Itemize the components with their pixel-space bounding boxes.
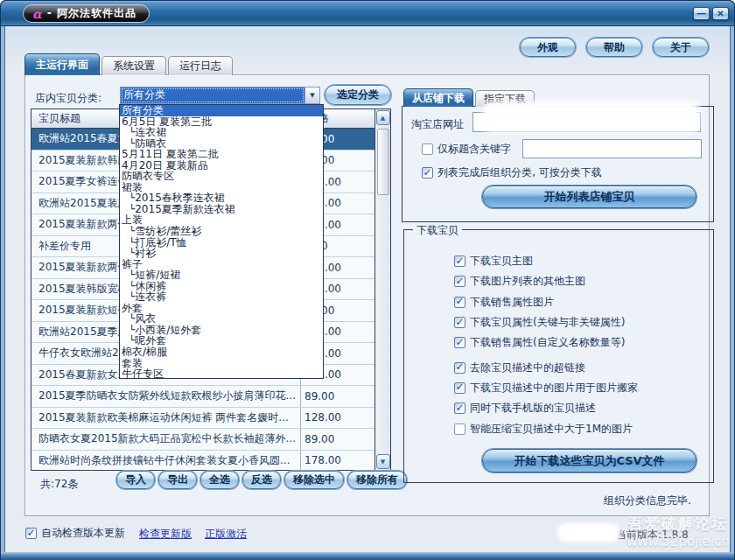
scroll-up-icon[interactable]: ▲	[376, 110, 390, 125]
download-option-checkbox[interactable]: ✓ 下载销售属性(自定义名称数量等)	[454, 332, 638, 353]
table-scrollbar[interactable]: ▲ ▼	[374, 109, 390, 470]
version-label: 当前版本:1.8.8	[616, 528, 689, 542]
footer-link[interactable]: 正版激活	[205, 527, 247, 542]
download-option-label: 去除宝贝描述中的超链接	[470, 360, 585, 375]
table-action-button[interactable]: 反选	[242, 471, 281, 489]
dropdown-item[interactable]: └打底衫/T恤	[120, 237, 323, 248]
category-dropdown-list[interactable]: 所有分类6月5日 夏装第三批└连衣裙└防晒衣5月11日 夏装第二批4月20日 夏…	[119, 104, 324, 379]
download-option-checkbox[interactable]: ✓ 下载宝贝主图	[454, 251, 638, 271]
footer-links: 检查更新版正版激活	[139, 527, 247, 542]
dropdown-item[interactable]: 所有分类	[120, 105, 323, 116]
dropdown-item[interactable]: └连衣裤	[120, 291, 323, 303]
start-download-csv-button[interactable]: 开始下载这些宝贝为CSV文件	[482, 449, 696, 472]
dropdown-item[interactable]: └连衣裙	[120, 127, 323, 138]
download-option-checkbox[interactable]: ✓ 同时下载手机版的宝贝描述	[454, 398, 638, 418]
checkbox-icon[interactable]: ✓	[454, 337, 466, 348]
checkbox-icon[interactable]: ✓	[422, 144, 433, 155]
dropdown-item[interactable]: └衬衫	[120, 248, 323, 259]
checkbox-icon[interactable]: ✓	[454, 297, 466, 308]
table-row[interactable]: 2015夏装新款欧美棉麻运动休闲短裤 两件套名媛时... 128.00	[32, 408, 374, 430]
dropdown-item[interactable]: 棉衣/棉服	[120, 346, 323, 358]
dropdown-item[interactable]: 4月20日 夏装新品	[120, 160, 323, 172]
dropdown-item[interactable]: └雪纺衫/蕾丝衫	[120, 226, 323, 237]
app-logo-alpha-icon: α	[32, 7, 42, 21]
table-action-button[interactable]: 导入	[116, 471, 155, 489]
dropdown-item[interactable]: └2015春秋季连衣裙	[120, 192, 323, 204]
main-tab[interactable]: 运行日志	[168, 56, 233, 75]
table-action-button[interactable]: 移除选中	[284, 471, 344, 489]
dropdown-item[interactable]: └短裤/短裙	[120, 270, 323, 281]
table-row[interactable]: 2015夏季防晒衣女防紫外线短款欧根纱小披肩薄印花... 89.00	[32, 386, 374, 408]
dropdown-item[interactable]: 裤子	[120, 259, 323, 270]
close-button[interactable]: ✕	[712, 7, 729, 20]
checkbox-icon[interactable]: ✓	[454, 382, 466, 394]
checkbox-icon[interactable]: ✓	[454, 276, 466, 287]
table-row[interactable]: 欧洲站时尚条纹拼接镶钻牛仔休闲套装女夏小香风圆... 178.00	[32, 451, 374, 471]
checkbox-icon[interactable]: ✓	[454, 317, 466, 328]
dropdown-item[interactable]: 牛仔专区	[120, 368, 323, 379]
censor-smudge-version	[557, 523, 620, 542]
auto-update-label: 自动检查版本更新	[41, 526, 125, 541]
dropdown-item[interactable]: 防晒衣专区	[120, 171, 323, 182]
window-bottom-edge	[1, 552, 734, 560]
scrollbar-thumb[interactable]	[377, 129, 389, 195]
dropdown-item[interactable]: └呢外套	[120, 335, 323, 346]
minimize-button[interactable]: —	[693, 7, 710, 20]
main-tab[interactable]: 系统设置	[102, 56, 166, 75]
dropdown-item[interactable]: └风衣	[120, 313, 323, 325]
checkbox-icon[interactable]: ✓	[25, 528, 37, 539]
dropdown-item[interactable]: 6月5日 夏装第三批	[120, 116, 323, 128]
download-option-label: 下载宝贝属性(关键与非关键属性)	[470, 315, 625, 330]
main-tab[interactable]: 主运行界面	[24, 53, 100, 75]
check-icon: ✓	[455, 276, 464, 286]
table-action-button[interactable]: 移除所有	[347, 471, 407, 489]
download-option-checkbox[interactable]: ✓ 下载宝贝属性(关键与非关键属性)	[454, 312, 638, 332]
menu-button[interactable]: 关于	[653, 38, 709, 57]
menu-button[interactable]: 外观	[520, 38, 576, 57]
download-option-checkbox[interactable]: ✓ 智能压缩宝贝描述中大于1M的图片	[454, 418, 638, 438]
download-option-checkbox[interactable]: ✓ 下载销售属性图片	[454, 292, 638, 312]
checkbox-icon[interactable]: ✓	[454, 362, 466, 374]
dropdown-item[interactable]: 裙装	[120, 182, 323, 193]
table-row[interactable]: 防晒衣女夏2015新款大码正品宽松中长款长袖超薄外... 89.00	[32, 429, 374, 451]
item-title-cell: 2015夏装新款欧美棉麻运动休闲短裤 两件套名媛时...	[32, 408, 301, 429]
dropdown-item[interactable]: └小西装/短外套	[120, 325, 323, 336]
download-option-checkbox[interactable]: ✓ 下载图片列表的其他主图	[454, 271, 638, 291]
auto-update-checkbox[interactable]: ✓ 自动检查版本更新	[25, 526, 125, 541]
organize-category-checkbox[interactable]: ✓ 列表完成后组织分类, 可按分类下载	[422, 165, 602, 180]
dropdown-item[interactable]: 套装	[120, 358, 323, 369]
dropdown-item[interactable]: └防晒衣	[120, 138, 323, 150]
dropdown-item[interactable]: └2015夏季新款连衣裙	[120, 204, 323, 215]
category-selected-value[interactable]: 所有分类	[121, 88, 304, 103]
download-tab[interactable]: 从店铺下载	[403, 88, 473, 107]
status-text: 组织分类信息完毕.	[604, 494, 691, 508]
dropdown-item[interactable]: 5月11日 夏装第二批	[120, 149, 323, 160]
download-option-label: 下载图片列表的其他主图	[470, 274, 585, 289]
menu-button[interactable]: 帮助	[586, 38, 642, 57]
checkbox-icon[interactable]: ✓	[454, 256, 466, 267]
keyword-input[interactable]	[522, 139, 702, 158]
top-button-bar: 外观帮助关于	[520, 38, 709, 57]
footer-link[interactable]: 检查更新版	[139, 527, 192, 542]
check-icon: ✓	[423, 167, 431, 178]
start-list-shop-items-button[interactable]: 开始列表店铺宝贝	[482, 186, 696, 208]
main-tabs: 主运行界面系统设置运行日志	[24, 53, 233, 75]
download-option-checkbox[interactable]: ✓ 下载宝贝描述中的图片用于图片搬家	[454, 378, 638, 398]
item-price-cell: 89.00	[301, 386, 374, 407]
check-icon: ✓	[26, 528, 35, 538]
checkbox-icon[interactable]: ✓	[454, 424, 466, 435]
select-category-button[interactable]: 选定分类	[325, 85, 391, 105]
scroll-down-icon[interactable]: ▼	[376, 454, 390, 469]
checkbox-icon[interactable]: ✓	[422, 167, 433, 178]
download-option-checkbox[interactable]: ✓ 去除宝贝描述中的超链接	[454, 357, 638, 377]
dropdown-item[interactable]: └休闲裤	[120, 281, 323, 292]
checkbox-icon[interactable]: ✓	[454, 402, 466, 414]
table-action-button[interactable]: 导出	[158, 471, 197, 489]
keyword-filter-checkbox[interactable]: ✓ 仅标题含关键字	[422, 142, 511, 157]
dropdown-item[interactable]: 上装	[120, 214, 323, 226]
dropdown-item[interactable]: 外套	[120, 303, 323, 314]
category-combobox[interactable]: 所有分类 ▼	[120, 87, 320, 104]
titlebar[interactable]: α - 阿尔法软件出品 — ✕	[0, 0, 735, 26]
table-action-button[interactable]: 全选	[200, 471, 239, 489]
chevron-down-icon[interactable]: ▼	[304, 88, 319, 103]
